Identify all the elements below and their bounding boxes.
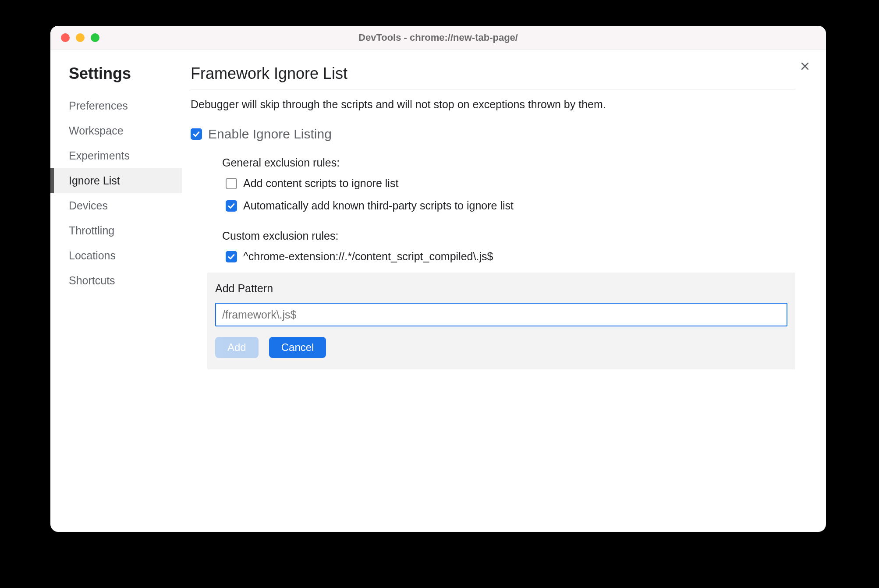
window-titlebar: DevTools - chrome://new-tab-page/ (50, 26, 826, 50)
traffic-lights (61, 33, 99, 42)
add-pattern-panel: Add Pattern Add Cancel (207, 273, 795, 369)
custom-rule-row: ^chrome-extension://.*/content_script_co… (222, 250, 795, 263)
checkmark-icon (227, 253, 235, 261)
add-pattern-buttons: Add Cancel (215, 337, 787, 358)
sidebar-item-preferences[interactable]: Preferences (50, 93, 182, 118)
sidebar-item-label: Throttling (69, 224, 114, 237)
custom-exclusion-section: Custom exclusion rules: ^chrome-extensio… (191, 230, 795, 369)
add-pattern-title: Add Pattern (215, 282, 787, 295)
rule-third-party-label: Automatically add known third-party scri… (243, 199, 514, 212)
cancel-button[interactable]: Cancel (269, 337, 326, 358)
sidebar-item-label: Ignore List (69, 174, 120, 187)
maximize-window-button[interactable] (91, 33, 99, 42)
checkmark-icon (227, 202, 235, 210)
settings-main: Framework Ignore List Debugger will skip… (182, 50, 826, 532)
general-exclusion-section: General exclusion rules: Add content scr… (191, 156, 795, 212)
custom-rule-checkbox[interactable] (226, 251, 237, 262)
sidebar-item-label: Shortcuts (69, 274, 115, 287)
devtools-settings-window: DevTools - chrome://new-tab-page/ Settin… (50, 26, 826, 532)
settings-sidebar: Settings Preferences Workspace Experimen… (50, 50, 182, 532)
close-icon (801, 62, 809, 70)
close-window-button[interactable] (61, 33, 70, 42)
minimize-window-button[interactable] (76, 33, 85, 42)
sidebar-item-ignore-list[interactable]: Ignore List (50, 168, 182, 193)
enable-ignore-listing-row: Enable Ignore Listing (191, 127, 795, 142)
sidebar-item-devices[interactable]: Devices (50, 193, 182, 218)
close-settings-button[interactable] (797, 58, 813, 74)
page-title: Framework Ignore List (191, 64, 795, 89)
sidebar-item-workspace[interactable]: Workspace (50, 118, 182, 143)
general-exclusion-title: General exclusion rules: (222, 156, 795, 169)
sidebar-title: Settings (50, 64, 182, 83)
sidebar-item-label: Workspace (69, 124, 124, 137)
rule-content-scripts-checkbox[interactable] (226, 178, 237, 189)
custom-rule-label: ^chrome-extension://.*/content_script_co… (243, 250, 493, 263)
sidebar-item-label: Preferences (69, 99, 128, 112)
sidebar-item-experiments[interactable]: Experiments (50, 143, 182, 168)
rule-content-scripts-row: Add content scripts to ignore list (222, 177, 795, 190)
add-pattern-input[interactable] (215, 303, 787, 326)
page-description: Debugger will skip through the scripts a… (191, 98, 795, 111)
custom-exclusion-title: Custom exclusion rules: (222, 230, 795, 242)
add-button[interactable]: Add (215, 337, 259, 358)
sidebar-item-label: Experiments (69, 149, 130, 162)
rule-third-party-row: Automatically add known third-party scri… (222, 199, 795, 212)
enable-ignore-listing-checkbox[interactable] (191, 128, 202, 140)
sidebar-item-label: Devices (69, 199, 108, 212)
checkmark-icon (192, 130, 200, 138)
sidebar-item-shortcuts[interactable]: Shortcuts (50, 268, 182, 293)
sidebar-items: Preferences Workspace Experiments Ignore… (50, 93, 182, 293)
sidebar-item-locations[interactable]: Locations (50, 243, 182, 268)
window-title: DevTools - chrome://new-tab-page/ (50, 32, 826, 43)
rule-third-party-checkbox[interactable] (226, 200, 237, 212)
sidebar-item-throttling[interactable]: Throttling (50, 218, 182, 243)
enable-ignore-listing-label: Enable Ignore Listing (208, 127, 332, 142)
rule-content-scripts-label: Add content scripts to ignore list (243, 177, 398, 190)
sidebar-item-label: Locations (69, 249, 116, 262)
